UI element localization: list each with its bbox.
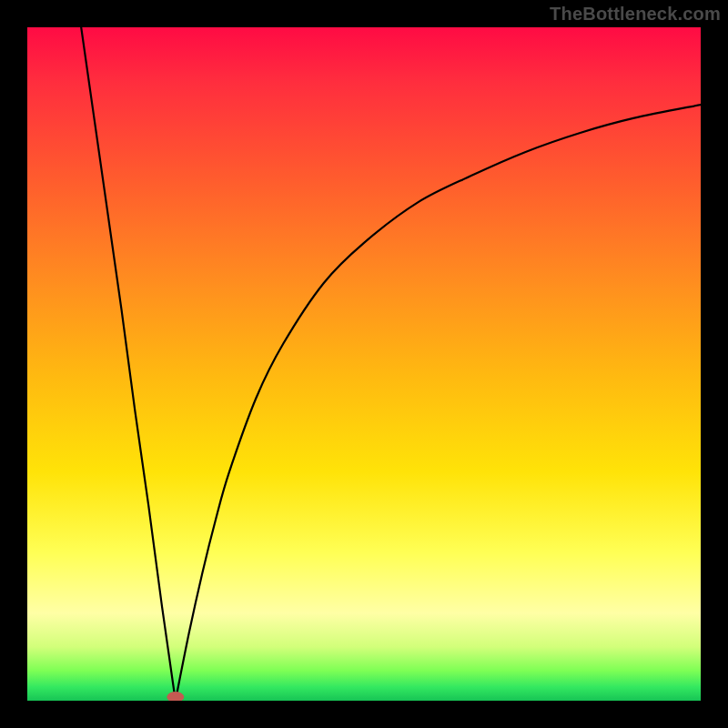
min-marker <box>167 693 184 702</box>
plot-area <box>27 27 701 701</box>
curve-left-branch <box>81 27 176 701</box>
curve-layer <box>27 27 701 701</box>
watermark-label: TheBottleneck.com <box>550 4 721 25</box>
curve-right-branch <box>176 105 701 701</box>
chart-frame: TheBottleneck.com <box>0 0 728 728</box>
